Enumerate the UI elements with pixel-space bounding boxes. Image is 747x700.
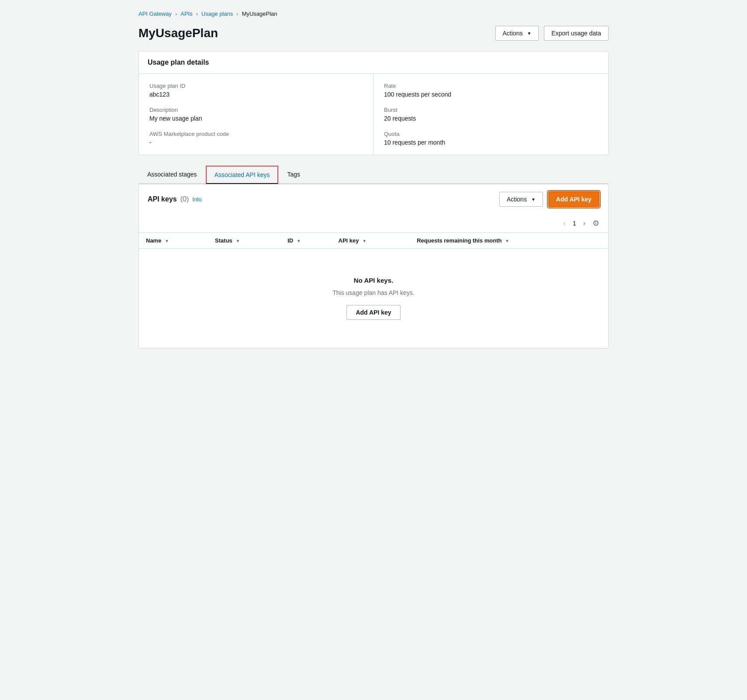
col-id[interactable]: ID ▼ [280, 233, 331, 249]
api-keys-card: API keys (0) Info Actions ▼ Add API key … [138, 184, 609, 349]
breadcrumb-api-gateway[interactable]: API Gateway [138, 10, 172, 17]
api-keys-table: Name ▼ Status ▼ ID ▼ API key ▼ [139, 233, 608, 348]
col-status[interactable]: Status ▼ [208, 233, 280, 249]
detail-right-column: Rate 100 requests per second Burst 20 re… [374, 74, 608, 155]
breadcrumb-current: MyUsagePlan [242, 10, 277, 17]
breadcrumb-sep-2: › [196, 10, 198, 17]
pagination-next-button[interactable]: › [580, 218, 589, 229]
burst-row: Burst 20 requests [384, 107, 598, 122]
tabs: Associated stages Associated API keys Ta… [138, 166, 609, 184]
add-api-key-empty-button[interactable]: Add API key [346, 305, 400, 320]
actions-button[interactable]: Actions ▼ [495, 26, 539, 41]
burst-value: 20 requests [384, 115, 598, 122]
api-keys-actions-arrow: ▼ [531, 197, 536, 202]
api-keys-count: (0) [180, 195, 189, 203]
description-row: Description My new usage plan [149, 107, 363, 122]
col-api-key-sort-icon: ▼ [362, 239, 367, 243]
actions-label: Actions [503, 30, 523, 37]
marketplace-code-value: - [149, 139, 363, 146]
col-name-sort-icon: ▼ [165, 239, 169, 243]
pagination-prev-button[interactable]: ‹ [560, 218, 569, 229]
empty-state-row: No API keys. This usage plan has API key… [139, 249, 608, 348]
col-name[interactable]: Name ▼ [139, 233, 208, 249]
add-api-key-button[interactable]: Add API key [548, 191, 599, 207]
empty-state: No API keys. This usage plan has API key… [146, 256, 601, 341]
marketplace-code-row: AWS Marketplace product code - [149, 131, 363, 146]
usage-plan-id-row: Usage plan ID abc123 [149, 83, 363, 98]
api-keys-title-area: API keys (0) Info [148, 195, 202, 203]
table-settings-button[interactable]: ⚙ [592, 218, 599, 228]
quota-row: Quota 10 requests per month [384, 131, 598, 146]
marketplace-code-label: AWS Marketplace product code [149, 131, 363, 137]
quota-value: 10 requests per month [384, 139, 598, 146]
usage-plan-details-card: Usage plan details Usage plan ID abc123 … [138, 51, 609, 155]
tab-tags[interactable]: Tags [278, 166, 309, 184]
card-title: Usage plan details [148, 59, 599, 66]
burst-label: Burst [384, 107, 598, 113]
breadcrumb-sep-3: › [236, 10, 238, 17]
col-api-key[interactable]: API key ▼ [332, 233, 410, 249]
api-keys-actions: Actions ▼ Add API key [499, 191, 599, 207]
tabs-container: Associated stages Associated API keys Ta… [138, 166, 609, 184]
usage-plan-id-label: Usage plan ID [149, 83, 363, 89]
rate-row: Rate 100 requests per second [384, 83, 598, 98]
actions-dropdown-arrow: ▼ [527, 31, 531, 36]
api-keys-header: API keys (0) Info Actions ▼ Add API key [139, 184, 608, 214]
pagination-area: ‹ 1 › ⚙ [139, 214, 608, 233]
api-keys-title-text: API keys [148, 195, 177, 203]
table-header-row: Name ▼ Status ▼ ID ▼ API key ▼ [139, 233, 608, 249]
page-header: MyUsagePlan Actions ▼ Export usage data [138, 26, 609, 41]
breadcrumb-apis[interactable]: APIs [180, 10, 192, 17]
quota-label: Quota [384, 131, 598, 137]
card-body: Usage plan ID abc123 Description My new … [139, 74, 608, 155]
export-label: Export usage data [551, 30, 601, 37]
usage-plan-id-value: abc123 [149, 91, 363, 98]
api-keys-actions-label: Actions [507, 196, 527, 203]
page-number: 1 [573, 220, 576, 227]
col-status-sort-icon: ▼ [235, 239, 240, 243]
col-requests-sort-icon: ▼ [505, 239, 509, 243]
header-actions: Actions ▼ Export usage data [495, 26, 609, 41]
export-usage-data-button[interactable]: Export usage data [544, 26, 609, 41]
description-label: Description [149, 107, 363, 113]
tab-associated-api-keys[interactable]: Associated API keys [206, 166, 279, 184]
add-api-key-label: Add API key [556, 196, 591, 203]
col-id-sort-icon: ▼ [297, 239, 301, 243]
tab-associated-stages[interactable]: Associated stages [138, 166, 206, 184]
add-api-key-empty-label: Add API key [356, 309, 391, 316]
info-link[interactable]: Info [192, 196, 202, 203]
col-requests-remaining[interactable]: Requests remaining this month ▼ [410, 233, 608, 249]
detail-left-column: Usage plan ID abc123 Description My new … [139, 74, 374, 155]
rate-label: Rate [384, 83, 598, 89]
breadcrumb-usage-plans[interactable]: Usage plans [201, 10, 233, 17]
description-value: My new usage plan [149, 115, 363, 122]
rate-value: 100 requests per second [384, 91, 598, 98]
page-title: MyUsagePlan [138, 26, 218, 40]
card-header: Usage plan details [139, 52, 608, 74]
breadcrumb-sep-1: › [175, 10, 177, 17]
breadcrumb: API Gateway › APIs › Usage plans › MyUsa… [138, 10, 609, 17]
api-keys-actions-button[interactable]: Actions ▼ [499, 192, 543, 207]
empty-state-title: No API keys. [156, 277, 591, 284]
empty-state-desc: This usage plan has API keys. [156, 289, 591, 296]
